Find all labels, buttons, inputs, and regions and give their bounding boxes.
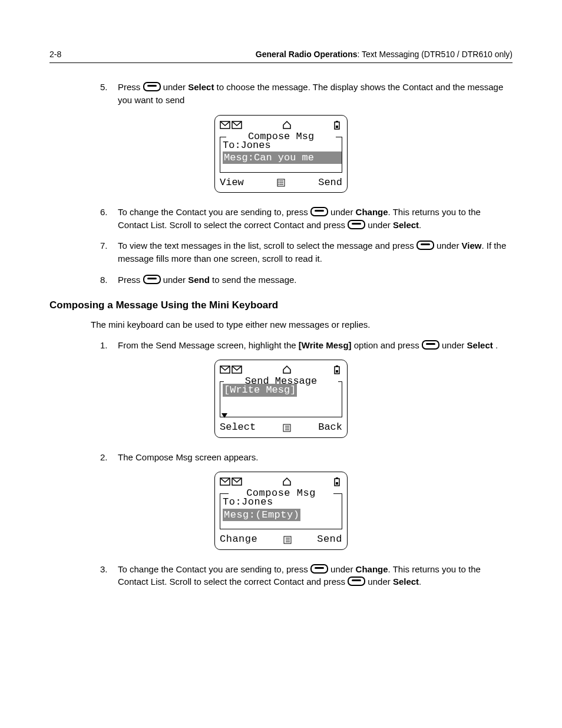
screen-line: Mesg:(Empty) <box>223 509 339 521</box>
svg-rect-3 <box>336 121 338 122</box>
left-softkey: View <box>220 176 244 189</box>
step-b1: 1. From the Send Message screen, highlig… <box>118 339 513 352</box>
home-icon <box>282 365 292 374</box>
status-bar <box>220 364 342 375</box>
envelope-icon <box>232 365 242 374</box>
softkey-row: View Send <box>220 176 342 189</box>
envelope-icon <box>232 477 242 486</box>
softkey-icon <box>310 564 328 574</box>
svg-point-10 <box>278 182 279 183</box>
screen-body: Compose Msg To:Jones Mesg:(Empty) <box>220 493 342 529</box>
svg-point-9 <box>278 180 279 182</box>
battery-icon <box>332 365 342 374</box>
page-header: 2-8 General Radio Operations: Text Messa… <box>49 50 513 63</box>
step-number: 6. <box>100 206 108 219</box>
step-list-a-cont: 6. To change the Contact you are sending… <box>49 206 513 286</box>
right-softkey: Back <box>318 421 342 433</box>
right-softkey: Send <box>318 176 342 189</box>
envelope-icon <box>220 120 230 130</box>
screen-figure-2: Send Message [Write Mesg] Select Back <box>49 360 513 437</box>
envelope-icon <box>220 365 230 374</box>
step-b3: 3. To change the Contact you are sending… <box>118 563 513 589</box>
step-number: 5. <box>100 81 108 94</box>
status-bar <box>220 476 342 487</box>
left-softkey: Select <box>220 421 256 433</box>
step-list-b-cont2: 3. To change the Contact you are sending… <box>49 563 513 589</box>
header-title-block: General Radio Operations: Text Messaging… <box>256 50 513 59</box>
screen-figure-1: Compose Msg To:Jones Mesg:Can you me Vie… <box>49 115 513 193</box>
softkey-icon <box>310 207 328 216</box>
softkey-icon <box>348 220 365 229</box>
svg-rect-25 <box>336 482 338 485</box>
radio-screen: Compose Msg To:Jones Mesg:Can you me Vie… <box>214 115 348 193</box>
step-b2: 2. The Compose Msg screen appears. <box>118 451 513 464</box>
step-number: 1. <box>100 339 108 352</box>
envelope-icon <box>232 120 242 130</box>
step-number: 3. <box>100 563 108 576</box>
step-number: 8. <box>100 274 108 286</box>
softkey-icon <box>143 82 161 91</box>
softkey-row: Change Send <box>220 533 342 545</box>
page-number: 2-8 <box>49 50 61 59</box>
radio-screen: Send Message [Write Mesg] Select Back <box>214 360 348 437</box>
screen-figure-3: Compose Msg To:Jones Mesg:(Empty) Change… <box>49 472 513 549</box>
step-list-b-cont: 2. The Compose Msg screen appears. <box>49 451 513 464</box>
battery-icon <box>332 477 342 486</box>
screen-title: Send Message <box>220 375 342 387</box>
home-icon <box>282 120 292 130</box>
screen-title: Compose Msg <box>220 487 342 499</box>
svg-rect-16 <box>336 370 338 373</box>
section-intro: The mini keyboard can be used to type ei… <box>91 318 513 331</box>
step-list-b: 1. From the Send Message screen, highlig… <box>49 339 513 352</box>
softkey-icon <box>416 241 434 250</box>
step-5: 5. Press under Select to choose the mess… <box>118 81 513 107</box>
screen-body: Send Message [Write Mesg] <box>220 381 342 417</box>
page: 2-8 General Radio Operations: Text Messa… <box>0 0 562 728</box>
arrow-down-icon <box>222 413 227 418</box>
screen-line: Mesg:Can you me <box>223 151 339 164</box>
header-subtitle: : Text Messaging (DTR510 / DTR610 only) <box>357 50 513 59</box>
softkey-icon <box>422 340 439 350</box>
status-bar <box>220 119 342 131</box>
step-number: 7. <box>100 239 108 252</box>
softkey-icon <box>143 275 161 284</box>
svg-rect-15 <box>336 365 338 367</box>
svg-rect-24 <box>336 477 338 479</box>
menu-icon <box>283 535 292 543</box>
svg-point-11 <box>278 184 279 185</box>
envelope-icon <box>220 477 230 486</box>
section-heading: Composing a Message Using the Mini Keybo… <box>49 299 513 311</box>
screen-body: Compose Msg To:Jones Mesg:Can you me <box>220 137 342 173</box>
step-6: 6. To change the Contact you are sending… <box>118 206 513 232</box>
step-list-a: 5. Press under Select to choose the mess… <box>49 81 513 107</box>
menu-icon <box>283 423 291 431</box>
svg-rect-4 <box>336 126 338 128</box>
battery-icon <box>332 120 342 130</box>
home-icon <box>282 477 292 486</box>
radio-screen: Compose Msg To:Jones Mesg:(Empty) Change… <box>214 472 348 549</box>
step-8: 8. Press under Send to send the message. <box>118 274 513 286</box>
softkey-row: Select Back <box>220 421 342 433</box>
menu-icon <box>277 178 285 186</box>
softkey-icon <box>348 577 365 586</box>
left-softkey: Change <box>220 533 257 545</box>
screen-title: Compose Msg <box>220 130 342 143</box>
step-7: 7. To view the text messages in the list… <box>118 239 513 265</box>
right-softkey: Send <box>317 533 342 545</box>
header-title: General Radio Operations <box>256 50 358 59</box>
step-number: 2. <box>100 451 108 464</box>
